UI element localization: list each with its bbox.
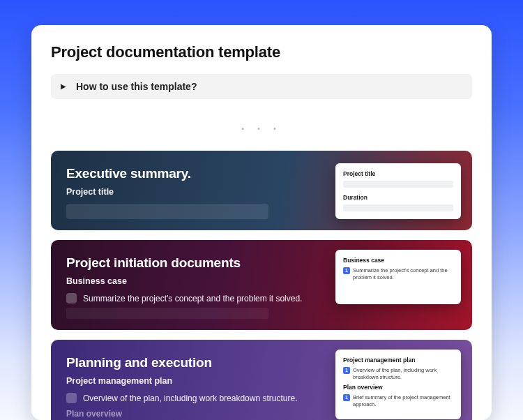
- checkbox-icon[interactable]: [66, 293, 77, 303]
- section-executive-summary[interactable]: Executive summary. Project title Project…: [51, 151, 472, 230]
- section-project-initiation[interactable]: Project initiation documents Business ca…: [51, 240, 472, 330]
- section-heading: Project initiation documents: [66, 255, 317, 271]
- section-heading: Executive summary.: [66, 166, 317, 181]
- preview-label: Duration: [343, 194, 453, 201]
- preview-list-item: 1 Overview of the plan, including work b…: [343, 367, 453, 381]
- checklist-text: Overview of the plan, including work bre…: [83, 393, 297, 403]
- preview-card-exec: Project title Duration: [335, 163, 461, 219]
- preview-list-item: 1 Brief summary of the project managemen…: [343, 394, 453, 408]
- section-heading: Planning and execution: [66, 355, 317, 370]
- preview-item-text: Summarize the project's concept and the …: [353, 267, 453, 281]
- preview-field: [343, 204, 453, 211]
- preview-label: Project management plan: [343, 357, 453, 363]
- preview-label: Project title: [343, 170, 453, 177]
- page-title: Project documentation template: [51, 43, 472, 61]
- checkbox-icon[interactable]: [66, 393, 77, 403]
- number-badge-icon: 1: [343, 267, 350, 274]
- checklist-text: Summarize the project's concept and the …: [83, 294, 302, 303]
- project-title-input[interactable]: [66, 204, 268, 219]
- section-planning-execution[interactable]: Planning and execution Project managemen…: [51, 340, 472, 420]
- number-badge-icon: 1: [343, 367, 350, 374]
- preview-label: Plan overview: [343, 384, 453, 391]
- number-badge-icon: 1: [343, 394, 350, 401]
- field-label-project-title: Project title: [66, 187, 317, 197]
- caret-right-icon: ▶: [61, 83, 66, 90]
- preview-card-init: Business case 1 Summarize the project's …: [335, 250, 461, 304]
- checklist-item[interactable]: Summarize the project's concept and the …: [66, 293, 317, 303]
- howto-toggle[interactable]: ▶ How to use this template?: [51, 74, 472, 99]
- preview-item-text: Brief summary of the project management …: [353, 394, 453, 408]
- preview-card-plan: Project management plan 1 Overview of th…: [335, 350, 461, 419]
- preview-list-item: 1 Summarize the project's concept and th…: [343, 267, 453, 281]
- preview-body-space: [343, 284, 453, 297]
- preview-item-text: Overview of the plan, including work bre…: [353, 367, 453, 381]
- preview-field: [343, 181, 453, 188]
- howto-label: How to use this template?: [76, 81, 197, 92]
- field-label-plan: Project management plan: [66, 376, 317, 386]
- divider-dots: • • •: [51, 124, 472, 133]
- document-page: Project documentation template ▶ How to …: [31, 25, 492, 420]
- checklist-item[interactable]: Overview of the plan, including work bre…: [66, 393, 317, 403]
- preview-label: Business case: [343, 257, 453, 264]
- field-label-business-case: Business case: [66, 276, 317, 286]
- faded-input-line: [66, 308, 268, 319]
- field-label-plan-overview: Plan overview: [66, 409, 317, 419]
